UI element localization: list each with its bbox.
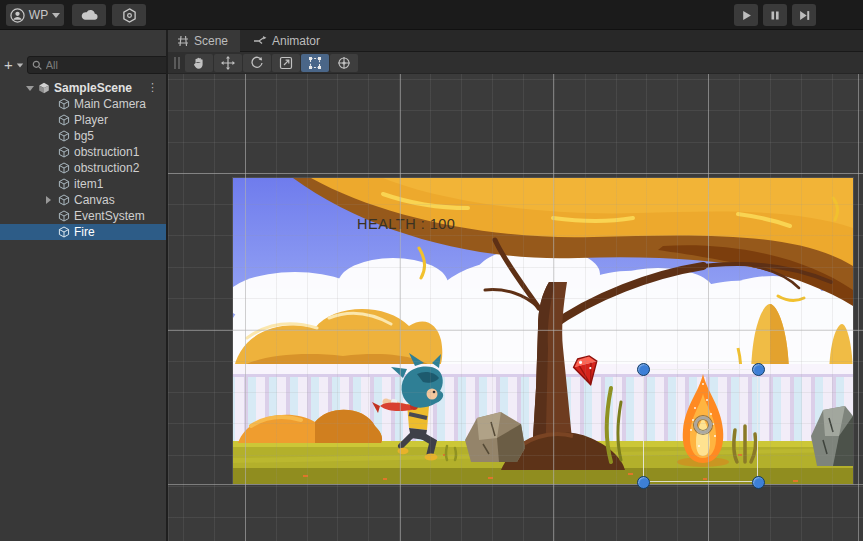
collapse-arrow-icon[interactable]	[46, 196, 51, 204]
selection-handle-top-right[interactable]	[752, 363, 765, 376]
game-scene-art	[233, 178, 853, 484]
expand-arrow-icon[interactable]	[26, 86, 34, 91]
scene-root-label: SampleScene	[54, 81, 132, 95]
play-button[interactable]	[734, 4, 758, 26]
scale-icon	[279, 56, 293, 70]
gameobject-cube-icon	[58, 98, 70, 110]
main-toolbar: WP	[0, 0, 863, 30]
rotate-tool[interactable]	[243, 54, 271, 72]
health-hud-text: HEALTH : 100	[357, 216, 455, 232]
tree-row-label: EventSystem	[74, 209, 145, 223]
tree-row-fire-selected[interactable]: Fire	[0, 224, 166, 240]
unity-scene-icon	[38, 82, 50, 94]
tree-row[interactable]: obstruction2	[0, 160, 166, 176]
transform-icon	[337, 56, 351, 70]
selection-pivot-ring[interactable]	[694, 416, 712, 434]
rect-tool-icon	[308, 56, 322, 70]
account-icon	[10, 8, 25, 23]
account-dropdown[interactable]: WP	[6, 4, 64, 26]
scene-grid-icon	[177, 35, 189, 47]
scene-menu-icon[interactable]: ⋮	[147, 81, 158, 94]
gameobject-cube-icon	[58, 178, 70, 190]
tree-row-label: Main Camera	[74, 97, 146, 111]
gameobject-cube-icon	[58, 146, 70, 158]
gameobject-cube-icon	[58, 194, 70, 206]
hierarchy-panel: + Sam	[0, 30, 166, 541]
tree-row-label: Canvas	[74, 193, 115, 207]
hexagon-settings-icon	[122, 8, 137, 23]
move-icon	[221, 56, 235, 70]
scene-viewport[interactable]: HEALTH : 100	[168, 74, 863, 541]
scene-tabstrip: Scene Animator	[168, 30, 863, 52]
scene-view-toolbar	[168, 52, 863, 74]
search-icon	[32, 60, 43, 71]
tree-row-scene-root[interactable]: SampleScene ⋮	[0, 80, 166, 96]
tree-row-label: obstruction2	[74, 161, 139, 175]
pause-button[interactable]	[763, 4, 787, 26]
tab-scene[interactable]: Scene	[168, 30, 240, 52]
account-label: WP	[29, 8, 48, 22]
move-tool[interactable]	[214, 54, 242, 72]
hand-icon	[192, 56, 206, 70]
cloud-button[interactable]	[72, 4, 106, 26]
tree-row[interactable]: Player	[0, 112, 166, 128]
play-icon	[741, 10, 752, 21]
tree-row[interactable]: EventSystem	[0, 208, 166, 224]
tree-row[interactable]: obstruction1	[0, 144, 166, 160]
step-button[interactable]	[792, 4, 816, 26]
step-icon	[799, 10, 810, 21]
chevron-down-icon	[52, 13, 60, 18]
gameobject-cube-icon	[58, 210, 70, 222]
tree-row-label: obstruction1	[74, 145, 139, 159]
selection-handle-top-left[interactable]	[637, 363, 650, 376]
hand-tool[interactable]	[185, 54, 213, 72]
tree-row-label: Player	[74, 113, 108, 127]
transform-tool[interactable]	[330, 54, 358, 72]
grid-line	[168, 173, 863, 174]
selection-handle-bottom-right[interactable]	[752, 476, 765, 489]
pause-icon	[770, 10, 780, 21]
hierarchy-toolbar: +	[0, 52, 166, 78]
tab-animator[interactable]: Animator	[244, 30, 330, 52]
toolbar-grip[interactable]	[174, 57, 180, 69]
animator-icon	[253, 35, 267, 47]
scale-tool[interactable]	[272, 54, 300, 72]
add-object-button[interactable]: +	[4, 60, 13, 70]
tree-row-label: item1	[74, 177, 103, 191]
selection-handle-bottom-left[interactable]	[637, 476, 650, 489]
tree-row[interactable]: bg5	[0, 128, 166, 144]
tab-label: Animator	[272, 34, 320, 48]
cloud-icon	[81, 9, 98, 21]
rect-tool[interactable]	[301, 54, 329, 72]
gameobject-cube-icon	[58, 130, 70, 142]
tree-row[interactable]: item1	[0, 176, 166, 192]
unity-editor-window: WP	[0, 0, 863, 541]
gameobject-cube-icon	[58, 226, 70, 238]
hierarchy-tree: SampleScene ⋮ Main Camera Player bg5 obs…	[0, 80, 166, 240]
gameobject-cube-icon	[58, 162, 70, 174]
tab-label: Scene	[194, 34, 228, 48]
tree-row-label: bg5	[74, 129, 94, 143]
game-camera-view: HEALTH : 100	[233, 178, 853, 484]
tree-row-label: Fire	[74, 225, 95, 239]
gameobject-cube-icon	[58, 114, 70, 126]
add-dropdown-icon[interactable]	[17, 63, 23, 67]
grid-line	[858, 74, 859, 541]
settings-button[interactable]	[112, 4, 146, 26]
tree-row[interactable]: Main Camera	[0, 96, 166, 112]
tree-row-canvas[interactable]: Canvas	[0, 192, 166, 208]
rotate-icon	[250, 56, 264, 70]
